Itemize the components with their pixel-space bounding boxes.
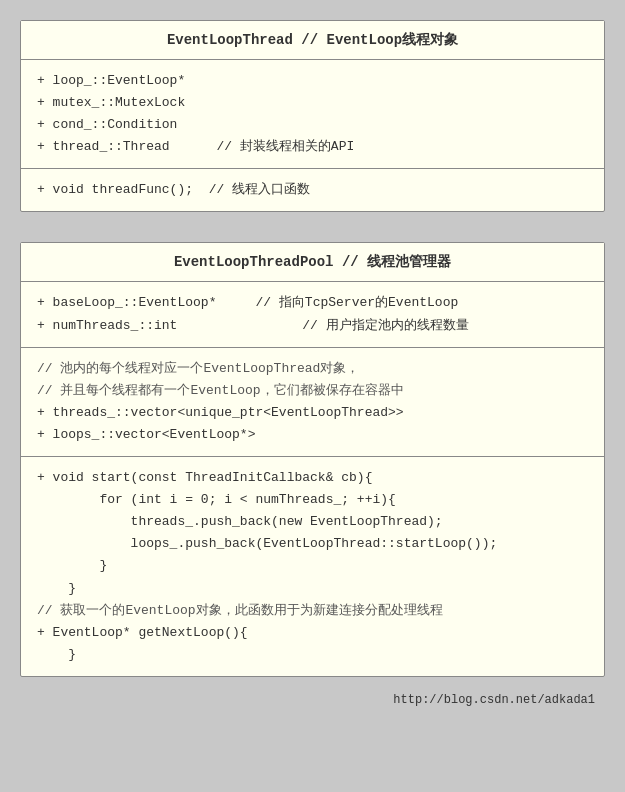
code-line: loops_.push_back(EventLoopThread::startL… — [37, 533, 588, 555]
code-line: + void threadFunc(); // 线程入口函数 — [37, 179, 588, 201]
code-line: // 池内的每个线程对应一个EventLoopThread对象， — [37, 358, 588, 380]
page-container: EventLoopThread // EventLoop线程对象+ loop_:… — [20, 20, 605, 677]
code-line: + baseLoop_::EventLoop* // 指向TcpServer的E… — [37, 292, 588, 314]
code-line: + threads_::vector<unique_ptr<EventLoopT… — [37, 402, 588, 424]
code-line: + loop_::EventLoop* — [37, 70, 588, 92]
code-line: + mutex_::MutexLock — [37, 92, 588, 114]
uml-card-event-loop-thread-pool: EventLoopThreadPool // 线程池管理器+ baseLoop_… — [20, 242, 605, 676]
uml-section-event-loop-thread-1: + void threadFunc(); // 线程入口函数 — [21, 169, 604, 211]
code-line: + thread_::Thread // 封装线程相关的API — [37, 136, 588, 158]
code-line: threads_.push_back(new EventLoopThread); — [37, 511, 588, 533]
code-line: + EventLoop* getNextLoop(){ — [37, 622, 588, 644]
uml-section-event-loop-thread-pool-1: // 池内的每个线程对应一个EventLoopThread对象，// 并且每个线… — [21, 348, 604, 457]
footer: http://blog.csdn.net/adkada1 — [20, 687, 605, 713]
uml-card-event-loop-thread: EventLoopThread // EventLoop线程对象+ loop_:… — [20, 20, 605, 212]
code-line: + loops_::vector<EventLoop*> — [37, 424, 588, 446]
code-line: + void start(const ThreadInitCallback& c… — [37, 467, 588, 489]
code-line: } — [37, 555, 588, 577]
uml-section-event-loop-thread-pool-2: + void start(const ThreadInitCallback& c… — [21, 457, 604, 676]
uml-section-event-loop-thread-pool-0: + baseLoop_::EventLoop* // 指向TcpServer的E… — [21, 282, 604, 347]
code-line: for (int i = 0; i < numThreads_; ++i){ — [37, 489, 588, 511]
code-line: + numThreads_::int // 用户指定池内的线程数量 — [37, 315, 588, 337]
uml-header-event-loop-thread: EventLoopThread // EventLoop线程对象 — [21, 21, 604, 60]
uml-header-event-loop-thread-pool: EventLoopThreadPool // 线程池管理器 — [21, 243, 604, 282]
code-line: } — [37, 644, 588, 666]
code-line: // 获取一个的EventLoop对象，此函数用于为新建连接分配处理线程 — [37, 600, 588, 622]
code-line: } — [37, 578, 588, 600]
code-line: + cond_::Condition — [37, 114, 588, 136]
code-line: // 并且每个线程都有一个EventLoop，它们都被保存在容器中 — [37, 380, 588, 402]
uml-section-event-loop-thread-0: + loop_::EventLoop*+ mutex_::MutexLock+ … — [21, 60, 604, 169]
footer-text: http://blog.csdn.net/adkada1 — [393, 693, 595, 707]
